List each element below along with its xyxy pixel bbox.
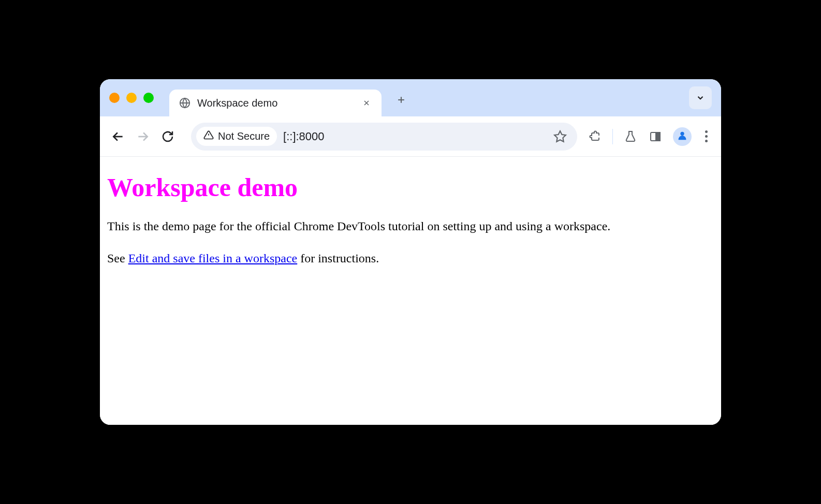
- toolbar-actions: [588, 127, 711, 146]
- page-paragraph-1: This is the demo page for the official C…: [107, 218, 714, 235]
- back-button[interactable]: [110, 129, 126, 144]
- close-tab-button[interactable]: [361, 97, 372, 109]
- page-heading: Workspace demo: [107, 172, 714, 202]
- globe-icon: [179, 97, 191, 109]
- toolbar-divider: [612, 129, 613, 144]
- warning-icon: [203, 130, 214, 143]
- bookmark-button[interactable]: [552, 129, 568, 144]
- more-menu-button[interactable]: [702, 127, 711, 145]
- sidepanel-button[interactable]: [648, 129, 663, 144]
- security-label: Not Secure: [218, 130, 270, 142]
- page-paragraph-2: See Edit and save files in a workspace f…: [107, 250, 714, 268]
- paragraph-text-prefix: See: [107, 251, 128, 265]
- toolbar: Not Secure [::]:8000: [100, 116, 721, 157]
- paragraph-text-suffix: for instructions.: [297, 251, 379, 265]
- tab-search-button[interactable]: [689, 86, 712, 109]
- page-content: Workspace demo This is the demo page for…: [100, 157, 721, 425]
- url-text: [::]:8000: [283, 130, 546, 143]
- new-tab-button[interactable]: [392, 91, 411, 109]
- maximize-window-button[interactable]: [143, 93, 154, 103]
- profile-icon: [677, 130, 688, 143]
- tutorial-link[interactable]: Edit and save files in a workspace: [128, 251, 298, 265]
- nav-buttons: [110, 129, 175, 144]
- svg-point-14: [680, 131, 684, 135]
- dot-icon: [705, 135, 708, 138]
- dot-icon: [705, 130, 708, 133]
- minimize-window-button[interactable]: [126, 93, 137, 103]
- tab-title: Workspace demo: [197, 97, 355, 109]
- labs-button[interactable]: [623, 129, 638, 144]
- window-controls: [109, 93, 154, 103]
- address-bar[interactable]: Not Secure [::]:8000: [191, 123, 577, 151]
- extensions-button[interactable]: [588, 129, 602, 144]
- tab-bar: Workspace demo: [100, 79, 721, 116]
- close-window-button[interactable]: [109, 93, 120, 103]
- security-chip[interactable]: Not Secure: [196, 127, 277, 146]
- reload-button[interactable]: [160, 129, 175, 144]
- dot-icon: [705, 140, 708, 142]
- tab-bar-actions: [689, 86, 712, 109]
- browser-tab-active[interactable]: Workspace demo: [169, 90, 382, 116]
- svg-marker-10: [554, 131, 566, 142]
- forward-button[interactable]: [135, 129, 151, 144]
- profile-button[interactable]: [673, 127, 692, 146]
- browser-window: Workspace demo: [100, 79, 721, 425]
- svg-rect-13: [656, 132, 660, 141]
